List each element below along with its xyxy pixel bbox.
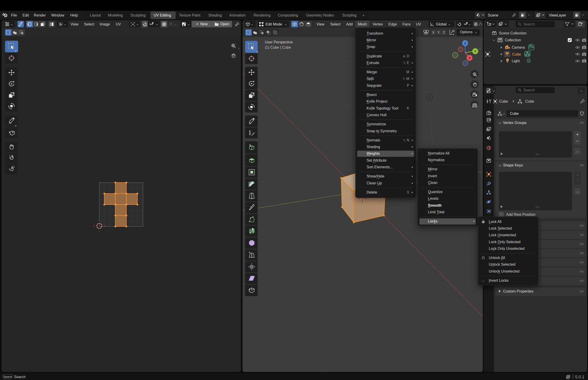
svg-text:Z: Z	[464, 41, 466, 45]
svg-text:X: X	[469, 56, 471, 60]
svg-text:Y: Y	[474, 50, 476, 53]
